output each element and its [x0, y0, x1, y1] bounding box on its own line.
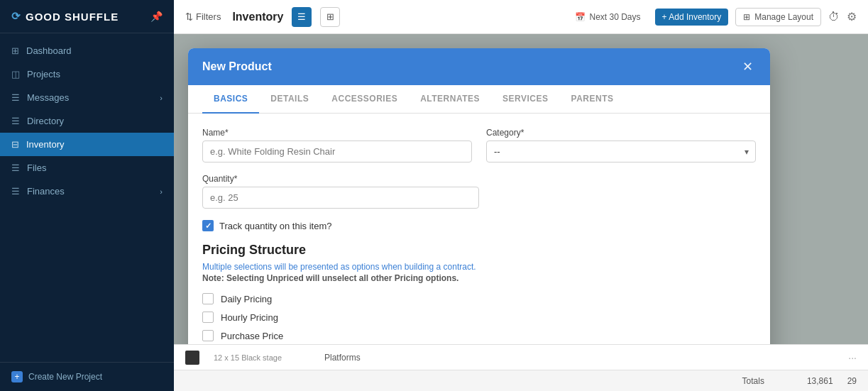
sidebar-item-dashboard[interactable]: ⊞ Dashboard [0, 39, 174, 62]
track-quantity-row: Track quantity on this item? [202, 220, 756, 231]
hourly-pricing-checkbox[interactable] [202, 312, 214, 323]
note-text: Selecting Unpriced will unselect all oth… [226, 273, 458, 283]
totals-label: Totals [742, 376, 764, 386]
tab-alternates[interactable]: ALTERNATES [409, 85, 491, 114]
nav-label: Projects [27, 69, 60, 79]
nav-label: Files [27, 163, 46, 173]
finances-icon: ☰ [11, 186, 20, 197]
filter-icon: ⇅ [185, 11, 193, 22]
purchase-price-checkbox[interactable] [202, 330, 214, 341]
dashboard-icon: ⊞ [11, 45, 19, 56]
category-field-group: Category* -- [486, 128, 756, 163]
create-project-button[interactable]: + Create New Project [11, 371, 163, 382]
filter-button[interactable]: ⇅ Filters [185, 11, 221, 22]
sidebar: ⟳ GOOD SHUFFLE 📌 ⊞ Dashboard ◫ Projects … [0, 0, 174, 391]
sidebar-item-directory[interactable]: ☰ Directory [0, 109, 174, 133]
inventory-icon: ⊟ [11, 139, 19, 150]
table-bottom-row: 12 x 15 Black stage Platforms ··· [174, 344, 868, 370]
add-inventory-label: + Add Inventory [662, 12, 722, 22]
topbar-right: 📅 Next 30 Days + Add Inventory ⊞ Manage … [568, 8, 857, 26]
quantity-field-group: Quantity* [202, 174, 479, 209]
modal-body: Name* Category* -- [188, 114, 770, 369]
tab-parents[interactable]: PARENTS [560, 85, 625, 114]
plus-icon: + [11, 371, 23, 382]
tab-services[interactable]: SERVICES [491, 85, 559, 114]
logo: ⟳ GOOD SHUFFLE [11, 10, 119, 23]
nav-label: Messages [27, 92, 69, 103]
main-content: ⇅ Filters Inventory ☰ ⊞ 📅 Next 30 Days +… [174, 0, 868, 391]
total-qty: 13,861 [807, 376, 833, 386]
modal-backdrop: New Product ✕ BASICS DETAILS ACCESSORIES… [174, 34, 868, 391]
next-days-button[interactable]: 📅 Next 30 Days [568, 9, 648, 26]
pricing-title: Pricing Structure [202, 243, 756, 258]
list-view-button[interactable]: ☰ [292, 7, 312, 27]
note-prefix: Note: [202, 273, 224, 283]
settings-icon[interactable]: ⚙ [847, 10, 857, 23]
pin-icon[interactable]: 📌 [150, 11, 163, 22]
item-thumbnail [185, 351, 199, 365]
sidebar-item-messages[interactable]: ☰ Messages › [0, 86, 174, 109]
create-project-label: Create New Project [28, 372, 102, 382]
projects-icon: ◫ [11, 69, 20, 79]
grid-icon: ⊞ [326, 11, 334, 22]
quantity-row: Quantity* [202, 174, 756, 209]
pricing-note: Note: Selecting Unpriced will unselect a… [202, 273, 756, 283]
history-icon[interactable]: ⏱ [828, 11, 840, 23]
total-num: 29 [847, 376, 857, 386]
tab-details[interactable]: DETAILS [259, 85, 320, 114]
topbar: ⇅ Filters Inventory ☰ ⊞ 📅 Next 30 Days +… [174, 0, 868, 34]
calendar-icon: 📅 [575, 12, 586, 22]
pricing-option-daily: Daily Pricing [202, 293, 756, 304]
tab-accessories[interactable]: ACCESSORIES [320, 85, 409, 114]
nav-label: Finances [27, 186, 65, 197]
close-button[interactable]: ✕ [739, 58, 756, 75]
modal-title: New Product [202, 60, 272, 73]
sidebar-item-projects[interactable]: ◫ Projects [0, 62, 174, 86]
totals-row: Totals 13,861 29 [174, 370, 868, 391]
list-icon: ☰ [297, 11, 306, 22]
logo-icon: ⟳ [11, 10, 21, 23]
manage-layout-label: Manage Layout [754, 12, 813, 22]
quantity-label: Quantity* [202, 174, 479, 184]
sidebar-nav: ⊞ Dashboard ◫ Projects ☰ Messages › ☰ Di… [0, 33, 174, 362]
track-quantity-checkbox[interactable] [202, 220, 214, 231]
nav-label: Dashboard [26, 45, 72, 56]
daily-pricing-checkbox[interactable] [202, 293, 214, 304]
name-input[interactable] [202, 141, 472, 163]
category-select[interactable]: -- [486, 141, 756, 163]
add-inventory-button[interactable]: + Add Inventory [655, 9, 729, 26]
track-quantity-label: Track quantity on this item? [219, 221, 331, 231]
name-field-group: Name* [202, 128, 472, 163]
filter-label: Filters [196, 11, 221, 22]
files-icon: ☰ [11, 163, 20, 173]
hourly-pricing-label: Hourly Pricing [221, 312, 278, 323]
chevron-icon: › [160, 187, 163, 196]
modal-header: New Product ✕ [188, 48, 770, 85]
category-select-wrapper: -- [486, 141, 756, 163]
next-days-label: Next 30 Days [590, 12, 641, 22]
sidebar-item-finances[interactable]: ☰ Finances › [0, 180, 174, 203]
grid-view-button[interactable]: ⊞ [320, 7, 340, 27]
layout-icon: ⊞ [743, 12, 750, 22]
directory-icon: ☰ [11, 116, 20, 126]
item-name: 12 x 15 Black stage [214, 353, 282, 362]
pricing-option-purchase: Purchase Price [202, 330, 756, 341]
manage-layout-button[interactable]: ⊞ Manage Layout [735, 8, 821, 26]
quantity-input[interactable] [202, 187, 479, 209]
sidebar-footer: + Create New Project [0, 362, 174, 391]
tab-basics[interactable]: BASICS [202, 85, 259, 114]
sidebar-item-files[interactable]: ☰ Files [0, 156, 174, 180]
name-label: Name* [202, 128, 472, 138]
pricing-description: Multiple selections will be presented as… [202, 262, 756, 272]
page-title: Inventory [232, 11, 283, 23]
sidebar-item-inventory[interactable]: ⊟ Inventory [0, 133, 174, 156]
modal-tabs: BASICS DETAILS ACCESSORIES ALTERNATES SE… [188, 85, 770, 114]
three-dots[interactable]: ··· [848, 352, 857, 363]
nav-label: Directory [27, 116, 64, 126]
pricing-option-hourly: Hourly Pricing [202, 312, 756, 323]
content-area: New Product ✕ BASICS DETAILS ACCESSORIES… [174, 34, 868, 391]
nav-label: Inventory [26, 139, 64, 150]
chevron-icon: › [160, 94, 163, 102]
purchase-price-label: Purchase Price [221, 331, 283, 341]
item-category: Platforms [324, 353, 361, 363]
